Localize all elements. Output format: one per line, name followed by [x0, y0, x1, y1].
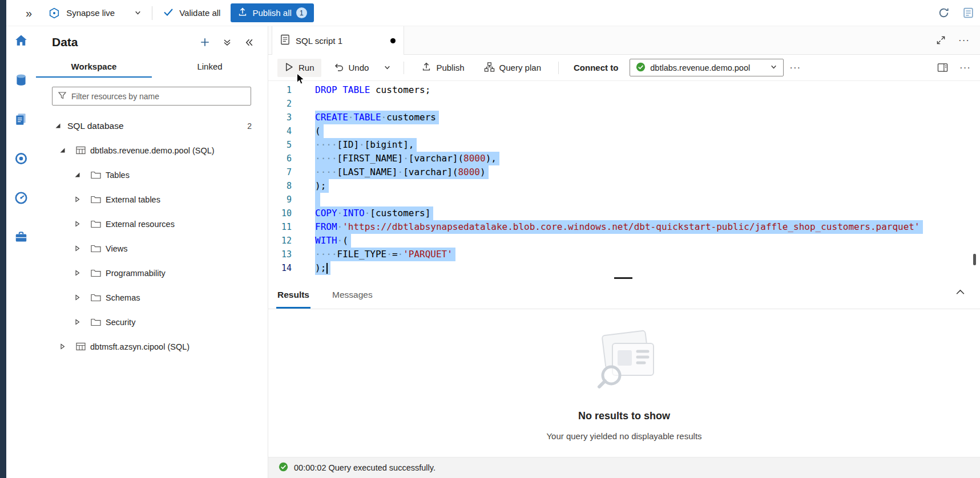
play-icon	[284, 62, 294, 74]
folder-icon	[91, 244, 101, 253]
filter-box	[52, 87, 251, 106]
tree-collapsed-icon[interactable]	[74, 221, 82, 227]
develop-icon[interactable]	[13, 111, 30, 128]
filter-resources-input[interactable]	[71, 92, 245, 101]
collapse-all-icon[interactable]	[221, 37, 233, 48]
code-line-2[interactable]: 2	[268, 97, 980, 111]
monitor-icon[interactable]	[13, 189, 30, 206]
code-line-6[interactable]: 6····[FIRST_NAME]·[varchar](8000),	[268, 152, 980, 165]
refresh-icon[interactable]	[937, 6, 951, 20]
publish-button[interactable]: Publish	[414, 58, 471, 77]
tab-workspace[interactable]: Workspace	[36, 56, 152, 78]
expand-nav-icon[interactable]: »	[26, 7, 32, 19]
collapse-panel-icon[interactable]	[243, 37, 255, 48]
tree-collapsed-icon[interactable]	[74, 245, 82, 252]
home-icon[interactable]	[13, 32, 30, 49]
tree-item-security[interactable]: Security	[36, 310, 268, 334]
tab-linked[interactable]: Linked	[152, 56, 268, 78]
code-line-10[interactable]: 10COPY·INTO·[customers]	[268, 206, 980, 220]
topbar-divider	[152, 6, 152, 20]
editor-toolbar: Run Undo	[268, 55, 980, 81]
undo-label: Undo	[349, 63, 369, 72]
connected-check-icon	[636, 62, 646, 74]
editor-main: SQL script 1 ···	[268, 26, 980, 478]
code-line-7[interactable]: 7····[LAST_NAME]·[varchar](8000)	[268, 165, 980, 179]
editor-scrollbar-thumb[interactable]	[973, 254, 976, 265]
folder-icon	[91, 220, 101, 228]
tree-item-sql-database[interactable]: SQL database2	[36, 114, 268, 138]
expand-editor-icon[interactable]	[935, 34, 947, 46]
code-text: FROM·'https://dbtlabsynapsedatalake.blob…	[315, 220, 923, 234]
hub-nav-rail	[6, 26, 36, 478]
tree-item-external-resources[interactable]: External resources	[36, 212, 268, 236]
toolbar-overflow-icon[interactable]: ···	[959, 63, 971, 72]
validate-all-button[interactable]: Validate all	[163, 6, 220, 19]
tree-item-label: External tables	[106, 195, 160, 204]
panel-resize-handle[interactable]	[614, 277, 632, 279]
add-resource-icon[interactable]	[199, 36, 211, 48]
folder-icon	[91, 269, 101, 277]
unsaved-changes-dot	[390, 38, 396, 43]
tree-expanded-icon[interactable]	[74, 172, 82, 178]
code-line-3[interactable]: 3CREATE·TABLE·customers	[268, 111, 980, 124]
tree-expanded-icon[interactable]	[55, 123, 63, 129]
notifications-list-icon[interactable]	[961, 6, 975, 20]
chevron-down-icon[interactable]	[134, 9, 142, 17]
code-line-12[interactable]: 12WITH·(	[268, 234, 980, 248]
tab-results[interactable]: Results	[276, 290, 310, 309]
text-cursor	[326, 263, 328, 274]
manage-icon[interactable]	[13, 229, 30, 246]
pool-icon	[76, 342, 86, 351]
run-label: Run	[299, 63, 314, 72]
tree-item-tables[interactable]: Tables	[36, 163, 268, 187]
publish-upload-icon	[421, 62, 431, 74]
mode-label: Synapse live	[66, 8, 115, 18]
code-line-13[interactable]: 13····FILE_TYPE·=·'PARQUET'	[268, 248, 980, 261]
tree-collapsed-icon[interactable]	[74, 319, 82, 325]
toolbar-more-icon[interactable]: ···	[789, 63, 801, 72]
left-edge-strip	[0, 0, 6, 478]
undo-dropdown-chevron-icon[interactable]	[381, 60, 393, 75]
code-line-1[interactable]: 1DROP TABLE customers;	[268, 83, 980, 97]
tree-item-label: External resources	[106, 220, 175, 229]
tree-item-dbtlabs-revenue-demo-pool-sql[interactable]: dbtlabs.revenue.demo.pool (SQL)	[36, 138, 268, 163]
data-icon[interactable]	[13, 71, 30, 88]
validate-check-icon	[163, 6, 174, 19]
pool-dropdown-chevron-icon	[770, 63, 777, 72]
integrate-icon[interactable]	[13, 150, 30, 167]
publish-all-button[interactable]: Publish all 1	[231, 3, 313, 22]
code-line-8[interactable]: 8);	[268, 179, 980, 193]
tree-item-views[interactable]: Views	[36, 236, 268, 261]
tree-item-programmability[interactable]: Programmability	[36, 261, 268, 285]
undo-button[interactable]: Undo	[327, 58, 376, 77]
tree-collapsed-icon[interactable]	[74, 196, 82, 202]
tree-item-schemas[interactable]: Schemas	[36, 285, 268, 310]
data-panel-header: Data	[36, 35, 268, 49]
tree-collapsed-icon[interactable]	[74, 294, 82, 301]
tree-expanded-icon[interactable]	[59, 147, 67, 153]
toolbar-divider	[404, 62, 404, 74]
code-text: ····FILE_TYPE·=·'PARQUET'	[315, 248, 455, 261]
collapse-results-chevron-icon[interactable]	[954, 287, 966, 296]
tab-sql-script-1[interactable]: SQL script 1	[272, 26, 404, 55]
sql-code-editor[interactable]: 1DROP TABLE customers;23CREATE·TABLE·cus…	[268, 81, 980, 279]
script-properties-icon[interactable]	[936, 62, 949, 74]
mode-switcher[interactable]: Synapse live	[47, 6, 142, 21]
tree-collapsed-icon[interactable]	[59, 343, 67, 350]
run-button[interactable]: Run	[277, 59, 321, 77]
code-line-14[interactable]: 14);	[268, 261, 980, 275]
code-line-5[interactable]: 5····[ID]·[bigint],	[268, 138, 980, 152]
tab-messages[interactable]: Messages	[331, 290, 374, 309]
line-number: 8	[268, 179, 304, 193]
content-row: Data Workspace Li	[6, 26, 980, 478]
tree-collapsed-icon[interactable]	[74, 270, 82, 276]
code-line-9[interactable]: 9	[268, 193, 980, 206]
success-check-icon	[279, 462, 288, 473]
tab-more-icon[interactable]: ···	[958, 35, 970, 45]
query-plan-button[interactable]: Query plan	[477, 58, 548, 78]
tree-item-external-tables[interactable]: External tables	[36, 187, 268, 212]
connect-to-pool-select[interactable]: dbtlabs.revenue.demo.pool	[630, 59, 784, 76]
tree-item-dbtmsft-azsyn-cipool-sql[interactable]: dbtmsft.azsyn.cipool (SQL)	[36, 334, 268, 359]
code-line-11[interactable]: 11FROM·'https://dbtlabsynapsedatalake.bl…	[268, 220, 980, 234]
code-line-4[interactable]: 4(	[268, 124, 980, 138]
